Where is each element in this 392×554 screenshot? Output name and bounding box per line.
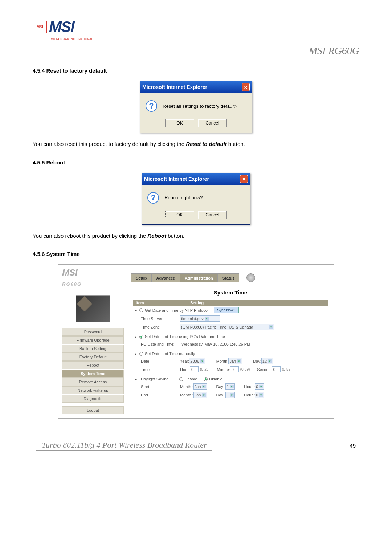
close-icon[interactable]: × xyxy=(242,83,250,91)
sidebar-item-reboot[interactable]: Reboot xyxy=(62,361,124,369)
hour-label: Hour: xyxy=(180,367,190,372)
day-select[interactable]: 12 xyxy=(261,358,273,364)
manual-radio[interactable] xyxy=(139,352,143,356)
cancel-button[interactable]: Cancel xyxy=(198,211,227,219)
minute-hint: (0-59) xyxy=(240,367,250,371)
question-icon: ? xyxy=(147,192,159,204)
ok-button[interactable]: OK xyxy=(165,211,194,219)
reboot-dialog: Microsoft Internet Explorer × ? Reboot r… xyxy=(142,173,250,225)
start-label: Start xyxy=(133,384,180,389)
page-number: 49 xyxy=(350,443,356,449)
pc-time-label: Set Date and Time using PC's Date and Ti… xyxy=(145,334,225,339)
reset-description: You can also reset this product to facto… xyxy=(33,140,359,148)
timeserver-select[interactable]: time.nist.gov xyxy=(180,315,220,322)
start-day-select[interactable]: 1 xyxy=(225,383,235,390)
time-label: Time xyxy=(133,367,180,372)
sidebar-item-network-wakeup[interactable]: Network wake-up xyxy=(62,386,124,394)
daylight-label: Daylight Saving xyxy=(139,377,179,381)
section-454-title: 4.5.4 Reset to factory default xyxy=(33,68,359,74)
msi-logo-icon: MSI xyxy=(33,21,47,33)
second-label: Second: xyxy=(257,367,271,372)
disable-label: Disable xyxy=(209,377,222,381)
start-month-select[interactable]: Jan xyxy=(193,383,207,390)
start-hour-label: Hour : xyxy=(244,384,255,389)
sidebar-item-system-time[interactable]: System Time xyxy=(62,370,124,378)
reset-dialog: Microsoft Internet Explorer × ? Reset al… xyxy=(140,81,252,133)
tab-administration[interactable]: Administration xyxy=(180,273,218,282)
msi-logo-block: MSI MSI MICRO-STAR INTERNATIONAL xyxy=(33,18,359,41)
day-label: Day: xyxy=(253,359,261,363)
section-456-title: 4.5.6 System Time xyxy=(33,251,359,257)
sidebar-item-firmware[interactable]: Firmware Upgrade xyxy=(62,336,124,344)
reboot-description: You can also reboot this product by clic… xyxy=(33,232,359,240)
month-select[interactable]: Jan xyxy=(228,358,242,364)
pc-time-radio[interactable] xyxy=(139,335,143,339)
end-month-select[interactable]: Jan xyxy=(193,392,207,398)
reboot-dialog-title: Microsoft Internet Explorer xyxy=(144,176,209,182)
year-label: Year: xyxy=(180,359,189,363)
end-label: End xyxy=(133,393,180,397)
end-hour-label: Hour : xyxy=(244,393,255,397)
content-area: System Time Item Setting Get Date and Ti… xyxy=(131,288,334,418)
date-label: Date xyxy=(133,359,180,363)
hour-input[interactable] xyxy=(190,366,199,372)
year-select[interactable]: 2006 xyxy=(189,358,205,364)
minute-label: Minute: xyxy=(217,367,230,372)
header-divider xyxy=(105,41,359,41)
cancel-button[interactable]: Cancel xyxy=(198,119,227,127)
disable-radio[interactable] xyxy=(204,377,208,381)
section-455-title: 4.5.5 Reboot xyxy=(33,159,359,166)
hour-hint: (0-23) xyxy=(200,367,210,371)
msi-logo-text: MSI xyxy=(49,18,74,36)
sidebar: Password Firmware Upgrade Backup Setting… xyxy=(58,288,131,418)
enable-label: Enable xyxy=(185,377,197,381)
sidebar-item-factory-default[interactable]: Factory Default xyxy=(62,353,124,361)
question-icon: ? xyxy=(146,100,157,112)
admin-logo: MSI RG60G xyxy=(62,268,131,288)
sidebar-image xyxy=(76,295,110,322)
ntp-radio[interactable] xyxy=(139,308,143,312)
end-hour-select[interactable]: 0 xyxy=(255,392,264,398)
admin-panel: MSI RG60G Setup Advanced Administration … xyxy=(58,264,334,419)
close-icon[interactable]: × xyxy=(240,175,248,183)
pc-datetime-value xyxy=(180,341,260,347)
reboot-dialog-message: Reboot right now? xyxy=(164,195,203,200)
enable-radio[interactable] xyxy=(179,377,183,381)
timezone-select[interactable]: (GMT-08:00) Pacific Time (US & Canada) xyxy=(180,324,274,330)
sidebar-item-diagnostic[interactable]: Diagnostic xyxy=(62,395,124,403)
product-name: MSI RG60G xyxy=(33,45,359,57)
col-header-setting: Setting xyxy=(187,300,328,306)
second-hint: (0-59) xyxy=(282,367,292,371)
sidebar-item-backup[interactable]: Backup Setting xyxy=(62,345,124,353)
sidebar-item-logout[interactable]: Logout xyxy=(62,406,124,414)
reset-dialog-title: Microsoft Internet Explorer xyxy=(142,84,207,90)
globe-icon[interactable] xyxy=(246,273,255,282)
minute-input[interactable] xyxy=(230,366,239,372)
tab-setup[interactable]: Setup xyxy=(131,273,152,282)
tab-status[interactable]: Status xyxy=(218,273,240,282)
end-month-label: Month : xyxy=(180,393,193,397)
pc-datetime-label: PC Date and Time: xyxy=(133,342,180,346)
reset-dialog-message: Reset all settings to factory default? xyxy=(163,103,237,109)
panel-title: System Time xyxy=(133,288,328,297)
ntp-label: Get Date and Time by NTP Protocol xyxy=(145,308,208,313)
timeserver-label: Time Server xyxy=(133,317,180,321)
end-day-select[interactable]: 1 xyxy=(225,392,235,398)
sidebar-item-password[interactable]: Password xyxy=(62,328,124,336)
timezone-label: Time Zone xyxy=(133,325,180,329)
second-input[interactable] xyxy=(272,366,281,372)
sync-now-button[interactable]: Sync Now ! xyxy=(214,307,239,313)
month-label: Month: xyxy=(216,359,229,363)
col-header-item: Item xyxy=(133,300,187,306)
end-day-label: Day : xyxy=(216,393,225,397)
start-hour-select[interactable]: 0 xyxy=(255,383,264,390)
tab-advanced[interactable]: Advanced xyxy=(152,273,180,282)
footer-title: Turbo 802.11b/g 4 Port Wireless Broadban… xyxy=(36,440,212,451)
ok-button[interactable]: OK xyxy=(165,119,194,127)
start-month-label: Month : xyxy=(180,384,193,389)
msi-logo-subtext: MICRO-STAR INTERNATIONAL xyxy=(51,37,359,41)
start-day-label: Day : xyxy=(216,384,225,389)
manual-label: Set Date and Time manually xyxy=(145,351,195,356)
sidebar-item-remote-access[interactable]: Remote Access xyxy=(62,378,124,386)
